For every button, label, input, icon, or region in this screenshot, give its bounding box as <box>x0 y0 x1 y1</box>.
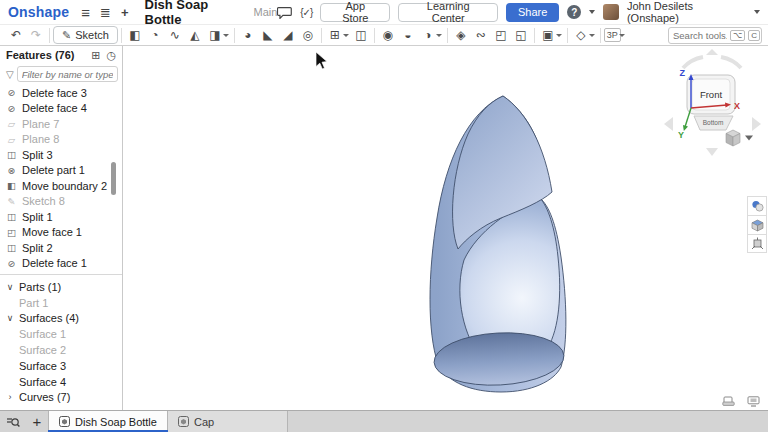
feature-row[interactable]: ▱Plane 8 <box>0 132 122 148</box>
feature-list-scrollbar[interactable] <box>111 162 116 195</box>
toolbar-separator <box>534 28 535 43</box>
onshape-logo[interactable]: Onshape <box>8 4 69 20</box>
chevron-right-icon[interactable]: › <box>5 392 15 402</box>
thicken-icon[interactable]: ◨ <box>205 26 225 44</box>
versions-icon[interactable]: ≣ <box>100 6 111 19</box>
revolve-icon[interactable]: ◔ <box>145 26 165 44</box>
extrude-icon[interactable]: ◧ <box>125 26 145 44</box>
feature-row[interactable]: ◧Move boundary 2 <box>0 178 122 194</box>
transform-icon[interactable]: ◈ <box>451 26 471 44</box>
tree-label: Surface 4 <box>19 376 66 388</box>
feature-row[interactable]: ⊗Delete part 1 <box>0 163 122 179</box>
rollback-history-icon[interactable]: ◷ <box>106 49 116 62</box>
chevron-down-icon[interactable]: ∨ <box>5 313 15 323</box>
feature-row[interactable]: ◫Split 1 <box>0 209 122 225</box>
avatar[interactable] <box>603 4 619 20</box>
manage-tabs-icon[interactable] <box>0 411 26 432</box>
tree-item-surface[interactable]: Surface 2 <box>0 342 122 358</box>
fillet-icon[interactable]: ◕ <box>238 26 258 44</box>
named-views-panel-icon[interactable] <box>747 215 767 234</box>
mirror-icon[interactable]: ◫ <box>351 26 371 44</box>
features-panel: Features (76) ⊞ ◷ ▽ ⊘Delete face 3 ⊘Dele… <box>0 46 123 410</box>
named-views-caret-icon[interactable] <box>556 34 562 37</box>
feature-filter-input[interactable] <box>17 66 118 82</box>
tree-group-parts[interactable]: ∨Parts (1) <box>0 279 122 295</box>
featurescript-icon[interactable]: {✓} <box>300 7 312 18</box>
toolbar-separator <box>447 28 448 43</box>
view-options-cube-icon[interactable] <box>726 130 740 146</box>
document-title[interactable]: Dish Soap Bottle <box>145 0 248 27</box>
sketch-button[interactable]: ✎ Sketch <box>53 26 118 44</box>
shell-icon[interactable]: ◎ <box>298 26 318 44</box>
help-caret-icon[interactable] <box>589 10 595 14</box>
display-style-icon[interactable]: ◇ <box>571 26 591 44</box>
tree-item-surface[interactable]: Surface 3 <box>0 358 122 374</box>
feature-row[interactable]: ◰Move face 1 <box>0 225 122 241</box>
appearance-caret-icon[interactable] <box>436 34 442 37</box>
appearance-icon[interactable]: ◑ <box>418 26 438 44</box>
help-icon[interactable]: ? <box>567 5 581 19</box>
hide-icon[interactable]: ◉ <box>378 26 398 44</box>
feature-row[interactable]: ⊘Delete face 1 <box>0 256 122 272</box>
graphics-viewport[interactable]: Front Bottom Z X Y <box>123 46 768 410</box>
move-face-icon[interactable]: ◰ <box>491 26 511 44</box>
tree-group-surfaces[interactable]: ∨Surfaces (4) <box>0 311 122 327</box>
split-part-icon[interactable]: ◱ <box>511 26 531 44</box>
chevron-down-icon[interactable]: ∨ <box>5 282 15 292</box>
plane-icon: ▱ <box>6 134 17 145</box>
filter-icon[interactable]: ▽ <box>6 69 14 80</box>
section-view-icon[interactable]: ◒ <box>398 26 418 44</box>
model-dish-soap-bottle[interactable] <box>430 96 566 392</box>
learning-center-button[interactable]: Learning Center <box>398 3 498 22</box>
new-folder-icon[interactable]: ⊞ <box>91 49 100 62</box>
sweep-icon[interactable]: ∿ <box>165 26 185 44</box>
perspective-caret-icon[interactable] <box>619 34 625 37</box>
chamfer-icon[interactable]: ◣ <box>258 26 278 44</box>
tree-label: Part 1 <box>19 297 48 309</box>
app-store-button[interactable]: App Store <box>320 3 390 22</box>
viewcube-front-face[interactable]: Front <box>700 89 723 100</box>
tree-item-part[interactable]: Part 1 <box>0 295 122 311</box>
loft-icon[interactable]: ◭ <box>185 26 205 44</box>
search-tools-box[interactable]: ⌥ C <box>668 27 762 44</box>
tree-item-surface[interactable]: Surface 1 <box>0 326 122 342</box>
viewcube-bottom-face[interactable]: Bottom <box>703 119 724 126</box>
pattern-icon[interactable]: ⊞ <box>325 26 345 44</box>
feature-row[interactable]: ⊘Delete face 3 <box>0 85 122 101</box>
tree-item-surface[interactable]: Surface 4 <box>0 374 122 390</box>
draft-icon[interactable]: ◢ <box>278 26 298 44</box>
tab-cap[interactable]: Cap <box>168 411 288 432</box>
appearance-panel-icon[interactable] <box>747 196 767 215</box>
feature-row[interactable]: ◫Split 2 <box>0 240 122 256</box>
feature-row[interactable]: ✎Sketch 8 <box>0 194 122 210</box>
feature-row[interactable]: ⊘Delete face 4 <box>0 101 122 117</box>
redo-icon[interactable]: ↷ <box>26 26 46 44</box>
tab-dish-soap-bottle[interactable]: Dish Soap Bottle <box>48 411 168 432</box>
named-views-icon[interactable]: ▣ <box>538 26 558 44</box>
display-style-caret-icon[interactable] <box>589 34 595 37</box>
display-states-panel-icon[interactable] <box>747 234 767 253</box>
user-menu[interactable]: John Desilets (Onshape) <box>627 0 746 24</box>
thicken-caret-icon[interactable] <box>223 34 229 37</box>
share-button[interactable]: Share <box>506 3 559 22</box>
comment-icon[interactable] <box>277 6 292 19</box>
page-setup-icon[interactable] <box>722 396 735 407</box>
feature-row[interactable]: ▱Plane 7 <box>0 116 122 132</box>
main-menu-icon[interactable]: ≡ <box>81 5 90 20</box>
helix-icon[interactable]: ∾ <box>471 26 491 44</box>
search-tools-input[interactable] <box>673 30 727 41</box>
follow-mode-icon[interactable]: + <box>121 6 129 19</box>
tree-group-curves[interactable]: ›Curves (7) <box>0 390 122 406</box>
screen-display-icon[interactable] <box>747 396 760 407</box>
toolbar-separator <box>49 28 50 43</box>
view-options-caret-icon[interactable] <box>745 136 753 141</box>
undo-icon[interactable]: ↶ <box>6 26 26 44</box>
pattern-caret-icon[interactable] <box>343 34 349 37</box>
view-cube[interactable]: Front Bottom <box>687 75 735 130</box>
workspace-branch[interactable]: Main <box>254 6 278 18</box>
right-tool-stack <box>747 196 767 253</box>
user-caret-icon[interactable] <box>754 10 760 14</box>
feature-row[interactable]: ◫Split 3 <box>0 147 122 163</box>
split-icon: ◫ <box>6 211 17 222</box>
add-tab-icon[interactable]: + <box>26 411 48 432</box>
